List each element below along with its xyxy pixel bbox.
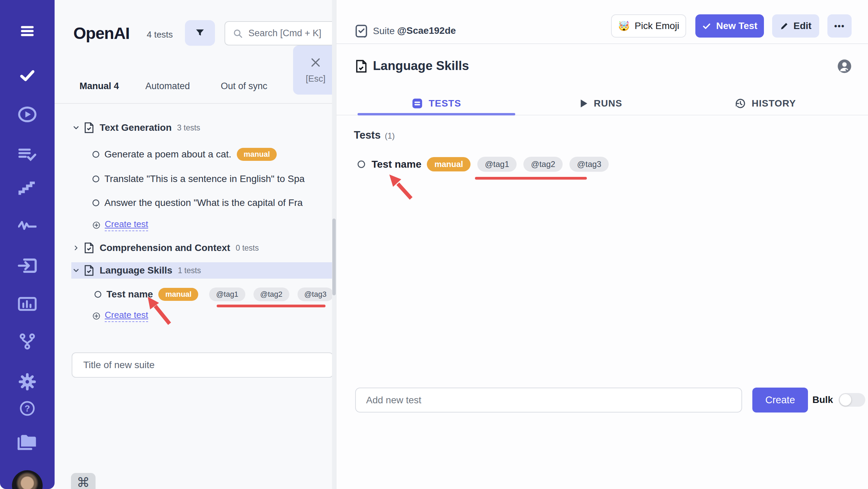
esc-hint: [Esc] <box>306 73 326 84</box>
tests-heading-count: (1) <box>385 131 395 141</box>
svg-text:?: ? <box>25 403 30 414</box>
tag-pill[interactable]: @tag3 <box>298 288 333 301</box>
close-search-overlay[interactable]: [Esc] <box>293 45 336 95</box>
chevron-down-icon[interactable] <box>72 124 81 132</box>
check-icon <box>702 21 711 31</box>
suite-name: Language Skills <box>100 265 172 276</box>
ellipsis-icon: ••• <box>834 21 845 31</box>
bulk-toggle[interactable] <box>839 393 865 407</box>
git-branch-icon[interactable] <box>18 333 36 350</box>
command-icon: ⌘ <box>77 475 90 489</box>
sidebar: ? <box>0 0 55 489</box>
test-name: Answer the question "What is the capital… <box>104 197 303 208</box>
test-row-main[interactable]: Test name manual @tag1 @tag2 @tag3 <box>336 155 868 173</box>
document-check-icon <box>356 59 367 73</box>
stairs-icon[interactable] <box>18 181 37 196</box>
pick-emoji-button[interactable]: 🤯 Pick Emoji <box>611 14 686 38</box>
chevron-down-icon[interactable] <box>72 266 81 275</box>
test-status-icon <box>357 160 365 168</box>
tag-pill[interactable]: @tag1 <box>209 288 245 301</box>
tag-pill[interactable]: @tag2 <box>523 157 563 172</box>
document-check-icon <box>84 265 94 276</box>
tab-history[interactable]: HISTORY <box>686 92 844 115</box>
tab-label: HISTORY <box>752 98 796 109</box>
clipboard-check-icon <box>355 24 368 38</box>
help-icon[interactable]: ? <box>18 400 36 417</box>
filter-button[interactable] <box>185 20 215 46</box>
suite-row-text-generation[interactable]: Text Generation 3 tests <box>55 120 336 136</box>
test-row[interactable]: Translate "This is a sentence in English… <box>55 171 336 187</box>
plus-circle-icon[interactable] <box>92 221 100 229</box>
funnel-icon <box>194 28 205 39</box>
edit-label: Edit <box>794 20 812 31</box>
activity-icon[interactable] <box>18 219 37 231</box>
search-placeholder: Search [Cmd + K] <box>248 28 321 39</box>
tag-pill[interactable]: @tag2 <box>254 288 289 301</box>
search-input[interactable]: Search [Cmd + K] <box>225 21 336 45</box>
emoji-icon: 🤯 <box>618 20 630 32</box>
menu-icon[interactable] <box>18 23 36 39</box>
new-suite-title-input[interactable]: Title of new suite <box>72 352 333 378</box>
list-check-icon[interactable] <box>18 146 37 162</box>
play-icon <box>579 99 588 108</box>
toggle-knob <box>840 394 851 406</box>
tag-pill[interactable]: @tag1 <box>477 157 517 172</box>
suite-name: Comprehension and Context <box>100 242 230 253</box>
tab-label: TESTS <box>429 98 461 109</box>
suite-name: Text Generation <box>100 122 172 133</box>
manual-badge: manual <box>237 148 277 161</box>
tests-heading-label: Tests <box>354 129 381 141</box>
suite-detail-panel: Suite @Scae192de 🤯 Pick Emoji New Test E… <box>336 0 868 489</box>
close-icon <box>309 56 322 69</box>
tests-card-icon <box>411 98 423 109</box>
suite-count: 1 tests <box>178 266 201 275</box>
user-avatar[interactable] <box>12 470 43 489</box>
exit-icon[interactable] <box>17 258 37 274</box>
edit-button[interactable]: Edit <box>772 14 819 38</box>
test-name: Translate "This is a sentence in English… <box>104 173 305 184</box>
check-icon[interactable] <box>18 67 37 84</box>
gear-icon[interactable] <box>18 373 37 391</box>
play-circle-icon[interactable] <box>17 106 38 123</box>
suite-row-comprehension[interactable]: Comprehension and Context 0 tests <box>55 240 336 256</box>
new-test-button[interactable]: New Test <box>695 14 764 38</box>
test-status-icon <box>92 199 100 207</box>
pencil-icon <box>780 22 789 30</box>
tab-automated[interactable]: Automated <box>145 79 190 94</box>
assignee-avatar-icon[interactable] <box>837 59 852 73</box>
plus-circle-icon[interactable] <box>92 312 100 320</box>
page-title: Language Skills <box>373 59 469 73</box>
bar-chart-icon[interactable] <box>18 297 37 311</box>
suite-handle: @Scae192de <box>397 25 456 36</box>
tag-pill[interactable]: @tag3 <box>569 157 609 172</box>
suites-panel: OpenAI 4 tests Search [Cmd + K] [Esc] Ma… <box>55 0 336 489</box>
test-row[interactable]: Generate a poem about a cat. manual <box>55 146 336 163</box>
test-name: Generate a poem about a cat. <box>104 149 231 160</box>
add-test-placeholder: Add new test <box>366 395 421 406</box>
tab-runs[interactable]: RUNS <box>522 92 680 115</box>
new-suite-placeholder: Title of new suite <box>83 360 155 371</box>
document-check-icon <box>84 122 94 134</box>
create-test-row: Create test <box>55 308 336 323</box>
tab-tests[interactable]: TESTS <box>358 92 515 115</box>
test-row-test-name[interactable]: Test name manual @tag1 @tag2 @tag3 <box>55 286 336 303</box>
project-title: OpenAI <box>73 24 130 43</box>
add-test-input[interactable]: Add new test <box>355 388 742 413</box>
search-icon <box>233 28 243 39</box>
more-options-button[interactable]: ••• <box>827 14 852 38</box>
create-button[interactable]: Create <box>752 388 808 413</box>
manual-badge: manual <box>427 157 471 171</box>
suite-count: 0 tests <box>236 243 259 253</box>
create-test-link[interactable]: Create test <box>105 310 148 322</box>
folder-icon[interactable] <box>17 433 38 451</box>
test-row[interactable]: Answer the question "What is the capital… <box>55 195 336 211</box>
scrollbar-thumb[interactable] <box>332 219 336 295</box>
tab-manual[interactable]: Manual 4 <box>79 79 119 94</box>
tab-out-of-sync[interactable]: Out of sync <box>221 79 267 94</box>
header-divider <box>336 43 868 44</box>
suite-row-language-skills-selected[interactable]: Language Skills 1 tests <box>71 262 336 279</box>
create-test-link[interactable]: Create test <box>105 219 148 231</box>
test-status-icon <box>92 151 100 158</box>
chevron-right-icon[interactable] <box>72 244 81 252</box>
test-status-icon <box>92 175 100 183</box>
